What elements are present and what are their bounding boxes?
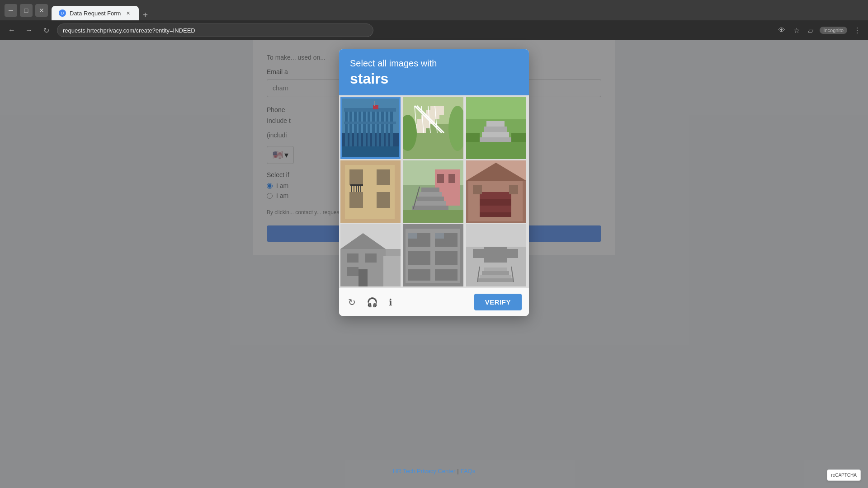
svg-rect-17 [374, 101, 375, 106]
svg-rect-60 [415, 201, 446, 206]
recaptcha-badge: reCAPTCHA [827, 469, 861, 481]
footer-separator: | [457, 468, 458, 474]
svg-rect-2 [345, 110, 348, 146]
svg-rect-59 [412, 206, 448, 210]
audio-captcha-button[interactable]: 🎧 [365, 295, 380, 310]
svg-rect-16 [373, 105, 378, 109]
svg-rect-94 [435, 233, 444, 239]
svg-rect-93 [408, 233, 417, 239]
svg-rect-103 [482, 271, 509, 275]
tab-bar: D Data Request Form ✕ + [52, 0, 863, 20]
svg-rect-65 [403, 210, 463, 223]
svg-rect-70 [480, 192, 511, 199]
captcha-image-2[interactable] [403, 97, 463, 159]
back-button[interactable]: ← [5, 24, 18, 37]
svg-rect-90 [435, 251, 458, 265]
tab-favicon: D [59, 9, 66, 17]
address-icons: 👁 ☆ ▱ Incognito ⋮ [776, 24, 863, 37]
split-view-icon[interactable]: ▱ [806, 24, 815, 37]
captcha-image-7[interactable] [340, 224, 401, 286]
svg-rect-89 [408, 251, 430, 265]
svg-rect-45 [377, 169, 390, 185]
svg-rect-46 [349, 192, 363, 208]
eye-off-icon[interactable]: 👁 [776, 24, 787, 36]
menu-button[interactable]: ⋮ [852, 24, 863, 37]
svg-rect-73 [473, 185, 482, 194]
svg-rect-41 [466, 142, 526, 159]
close-tab-button[interactable]: ✕ [124, 9, 132, 17]
captcha-modal: Select all images with stairs [339, 49, 529, 316]
svg-rect-100 [484, 247, 507, 263]
svg-rect-1 [340, 133, 401, 159]
svg-rect-72 [480, 206, 511, 212]
captcha-image-1[interactable] [340, 97, 401, 159]
svg-rect-47 [377, 192, 390, 208]
svg-rect-11 [386, 110, 388, 146]
modal-overlay: Select all images with stairs [0, 40, 868, 488]
captcha-image-9[interactable] [466, 224, 526, 286]
captcha-image-3[interactable] [466, 97, 526, 159]
captcha-image-grid [339, 95, 529, 288]
privacy-center-link[interactable]: HR Tech Privacy Center [393, 468, 455, 474]
svg-rect-57 [437, 174, 444, 183]
svg-rect-9 [377, 110, 379, 146]
svg-rect-104 [484, 267, 507, 271]
svg-rect-61 [417, 197, 444, 201]
bookmark-icon[interactable]: ☆ [792, 24, 802, 37]
svg-rect-62 [419, 192, 442, 197]
svg-rect-8 [372, 110, 375, 146]
address-bar: ← → ↻ requests.hrtechprivacy.com/create?… [0, 20, 868, 40]
svg-rect-80 [365, 253, 377, 263]
svg-rect-38 [486, 121, 505, 127]
svg-rect-91 [408, 269, 430, 281]
svg-rect-102 [480, 275, 511, 278]
new-tab-button[interactable]: + [139, 10, 151, 20]
svg-rect-92 [435, 269, 458, 281]
svg-rect-4 [354, 110, 357, 146]
svg-rect-0 [340, 97, 401, 159]
svg-rect-63 [421, 188, 439, 192]
url-bar[interactable]: requests.hrtechprivacy.com/create?entity… [57, 23, 373, 37]
captcha-image-5[interactable] [403, 160, 463, 223]
captcha-header: Select all images with stairs [339, 49, 529, 95]
active-tab[interactable]: D Data Request Form ✕ [52, 6, 139, 20]
captcha-image-6[interactable] [466, 160, 526, 223]
refresh-captcha-button[interactable]: ↻ [346, 295, 358, 310]
svg-rect-44 [349, 169, 363, 185]
close-window-button[interactable]: ✕ [35, 4, 48, 17]
captcha-footer: ↻ 🎧 ℹ VERIFY [339, 288, 529, 316]
maximize-button[interactable]: □ [20, 4, 33, 17]
captcha-image-4[interactable] [340, 160, 401, 223]
page-background: To make... used on... Email a Phone Incl… [0, 40, 868, 488]
svg-rect-34 [466, 97, 526, 119]
svg-rect-7 [368, 110, 370, 146]
svg-rect-81 [347, 267, 359, 276]
svg-rect-79 [347, 253, 359, 263]
svg-rect-58 [448, 174, 455, 183]
tab-title: Data Request Form [70, 10, 121, 17]
svg-rect-101 [477, 278, 514, 282]
captcha-keyword: stairs [350, 70, 518, 87]
svg-rect-71 [480, 199, 511, 206]
verify-button[interactable]: VERIFY [474, 294, 522, 310]
captcha-image-8[interactable] [403, 224, 463, 286]
svg-rect-82 [359, 269, 368, 286]
svg-rect-15 [340, 146, 401, 159]
faqs-link[interactable]: FAQs [461, 468, 476, 474]
minimize-button[interactable]: ─ [5, 4, 17, 17]
svg-rect-3 [349, 110, 352, 146]
svg-rect-12 [390, 110, 393, 146]
svg-rect-10 [381, 110, 384, 146]
refresh-button[interactable]: ↻ [40, 24, 52, 37]
svg-rect-36 [482, 132, 509, 137]
svg-rect-84 [383, 256, 401, 286]
url-text: requests.hrtechprivacy.com/create?entity… [63, 27, 195, 34]
svg-rect-5 [359, 110, 361, 146]
svg-rect-74 [509, 185, 518, 194]
info-captcha-button[interactable]: ℹ [387, 295, 394, 310]
forward-button[interactable]: → [23, 24, 35, 37]
browser-chrome: ─ □ ✕ D Data Request Form ✕ + [0, 0, 868, 20]
svg-rect-53 [350, 184, 363, 186]
captcha-instruction: Select all images with [350, 58, 518, 69]
incognito-badge: Incognito [820, 27, 847, 34]
